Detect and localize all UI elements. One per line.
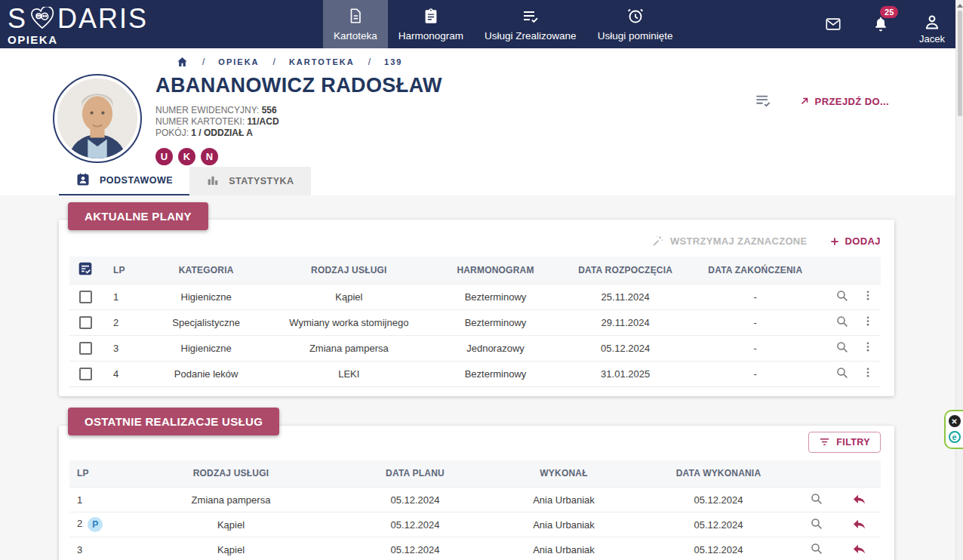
realization-service: Zmiana pampersa xyxy=(118,488,344,512)
plan-menu-cell xyxy=(855,309,881,335)
list-check-gray-icon[interactable] xyxy=(755,94,772,109)
undo-icon[interactable] xyxy=(852,543,866,555)
patient-info: ABANANOWICZ RADOSŁAW NUMER EWIDENCYJNY: … xyxy=(155,72,442,165)
col-rodzaj-uslugi: RODZAJ USŁUGI xyxy=(276,257,421,284)
plan-service: Kąpiel xyxy=(276,284,421,309)
goto-button[interactable]: PRZEJDŹ DO... xyxy=(799,96,889,107)
tab-podstawowe[interactable]: PODSTAWOWE xyxy=(59,167,189,195)
kebab-menu-icon[interactable] xyxy=(862,315,874,328)
realization-plan-date: 05.12.2024 xyxy=(344,512,486,537)
breadcrumb-item-id[interactable]: 139 xyxy=(384,57,402,66)
row-checkbox[interactable] xyxy=(79,368,92,380)
user-menu-button[interactable]: Jacek xyxy=(919,5,945,45)
plan-table-row: 3 Higieniczne Zmiana pampersa Jednorazow… xyxy=(69,335,881,361)
plan-category: Podanie leków xyxy=(136,361,276,386)
plan-schedule: Bezterminowy xyxy=(421,284,569,309)
realization-undo-cell xyxy=(838,488,881,512)
col-actions xyxy=(855,257,881,284)
row-checkbox[interactable] xyxy=(79,291,92,303)
field-label: NUMER KARTOTEKI: xyxy=(155,116,248,127)
col-lp: LP xyxy=(101,257,136,284)
plan-start-date: 05.12.2024 xyxy=(570,335,681,361)
nav-tab-uslugi-zrealizowane[interactable]: Usługi Zrealizowane xyxy=(474,0,587,48)
plan-preview-cell xyxy=(829,335,855,361)
search-icon[interactable] xyxy=(810,517,823,531)
page-content: AKTUALNE PLANY WSTRZYMAJ ZAZNACZONE DODA… xyxy=(0,195,963,560)
search-icon[interactable] xyxy=(835,366,849,380)
main-nav-tabs: Kartoteka Harmonogram Usługi Zrealizowan… xyxy=(323,0,683,48)
plan-lp: 4 xyxy=(101,361,136,386)
kebab-menu-icon[interactable] xyxy=(862,340,874,353)
search-icon[interactable] xyxy=(835,340,849,354)
plan-end-date: - xyxy=(681,335,829,361)
patient-badges: U K N xyxy=(155,148,442,165)
scrollbar-thumb[interactable] xyxy=(958,11,962,116)
realizations-table-header: LP RODZAJ USŁUGI DATA PLANU WYKONAŁ DATA… xyxy=(69,460,881,488)
plan-lp: 1 xyxy=(101,284,136,309)
plus-icon xyxy=(829,236,840,247)
col-rodzaj-uslugi: RODZAJ USŁUGI xyxy=(118,460,344,488)
suspend-label: WSTRZYMAJ ZAZNACZONE xyxy=(670,235,808,247)
col-harmonogram: HARMONOGRAM xyxy=(421,257,569,284)
close-icon[interactable]: ✕ xyxy=(949,415,961,427)
plan-schedule: Jednorazowy xyxy=(421,335,569,361)
patient-field-row: NUMER KARTOTEKI: 11/ACD xyxy=(155,116,442,128)
nav-tab-label: Usługi Zrealizowane xyxy=(485,30,577,42)
heart-logo-icon xyxy=(29,7,55,33)
breadcrumb-separator: / xyxy=(273,57,275,67)
nav-tab-kartoteka[interactable]: Kartoteka xyxy=(323,0,388,48)
realization-preview-cell xyxy=(795,537,838,560)
logo-subtitle: OPIEKA xyxy=(8,33,323,46)
plans-table: LP KATEGORIA RODZAJ USŁUGI HARMONOGRAM D… xyxy=(69,257,881,387)
undo-icon[interactable] xyxy=(852,493,866,505)
vertical-scrollbar[interactable] xyxy=(955,0,963,560)
search-icon[interactable] xyxy=(835,289,849,303)
realizations-table-body: 1 Zmiana pampersa 05.12.2024 Ania Urbani… xyxy=(69,488,881,560)
suspend-selected-button[interactable]: WSTRZYMAJ ZAZNACZONE xyxy=(651,235,808,248)
row-checkbox[interactable] xyxy=(79,316,92,329)
plan-start-date: 29.11.2024 xyxy=(570,309,681,335)
notifications-button[interactable]: 25 xyxy=(872,15,889,33)
breadcrumb-item-opieka[interactable]: OPIEKA xyxy=(218,57,259,66)
undo-icon[interactable] xyxy=(852,518,866,530)
tab-label: STATYSTYKA xyxy=(229,176,294,186)
realization-done-date: 05.12.2024 xyxy=(641,488,795,512)
plan-lp: 3 xyxy=(101,335,136,361)
mail-button[interactable] xyxy=(824,16,842,32)
kebab-menu-icon[interactable] xyxy=(862,366,874,379)
patient-avatar xyxy=(53,74,142,163)
nav-tab-uslugi-pominiete[interactable]: Usługi pominięte xyxy=(587,0,684,48)
search-icon[interactable] xyxy=(810,492,823,506)
patient-name: ABANANOWICZ RADOSŁAW xyxy=(155,74,442,97)
col-data-rozpoczecia: DATA ROZPOCZĘCIA xyxy=(570,257,681,284)
extension-e-icon[interactable]: e xyxy=(949,431,961,443)
plan-table-row: 1 Higieniczne Kąpiel Bezterminowy 25.11.… xyxy=(69,284,881,309)
search-icon[interactable] xyxy=(810,542,823,555)
section-title-ostatnie-realizacje: OSTATNIE REALIZACJE USŁUG xyxy=(68,408,279,435)
field-label: NUMER EWIDENCYJNY: xyxy=(155,105,262,115)
col-actions xyxy=(829,257,855,284)
breadcrumb-item-kartoteka[interactable]: KARTOTEKA xyxy=(289,57,355,66)
scrollbar-up-arrow[interactable] xyxy=(957,4,963,8)
col-data-zakonczenia: DATA ZAKOŃCZENIA xyxy=(681,257,829,284)
search-icon[interactable] xyxy=(835,315,849,328)
realization-table-row: 1 Zmiana pampersa 05.12.2024 Ania Urbani… xyxy=(69,488,881,512)
nav-tab-harmonogram[interactable]: Harmonogram xyxy=(388,0,474,48)
select-all-icon[interactable] xyxy=(78,261,93,276)
lp-value: 2 xyxy=(77,518,82,529)
plan-menu-cell xyxy=(855,284,881,309)
plans-card: WSTRZYMAJ ZAZNACZONE DODAJ xyxy=(59,220,894,396)
plan-menu-cell xyxy=(855,361,881,386)
home-icon[interactable] xyxy=(176,56,189,68)
row-checkbox[interactable] xyxy=(79,342,92,355)
tab-statystyka[interactable]: STATYSTYKA xyxy=(189,167,310,195)
plan-end-date: - xyxy=(681,309,829,335)
badge-k: K xyxy=(178,148,195,165)
bar-chart-icon xyxy=(206,174,220,189)
plan-category: Higieniczne xyxy=(136,335,276,361)
realization-plan-date: 05.12.2024 xyxy=(344,488,486,512)
kebab-menu-icon[interactable] xyxy=(862,289,874,302)
add-button[interactable]: DODAJ xyxy=(829,235,881,247)
document-icon xyxy=(347,7,364,27)
browser-extension-widget: ✕ e xyxy=(944,410,963,449)
